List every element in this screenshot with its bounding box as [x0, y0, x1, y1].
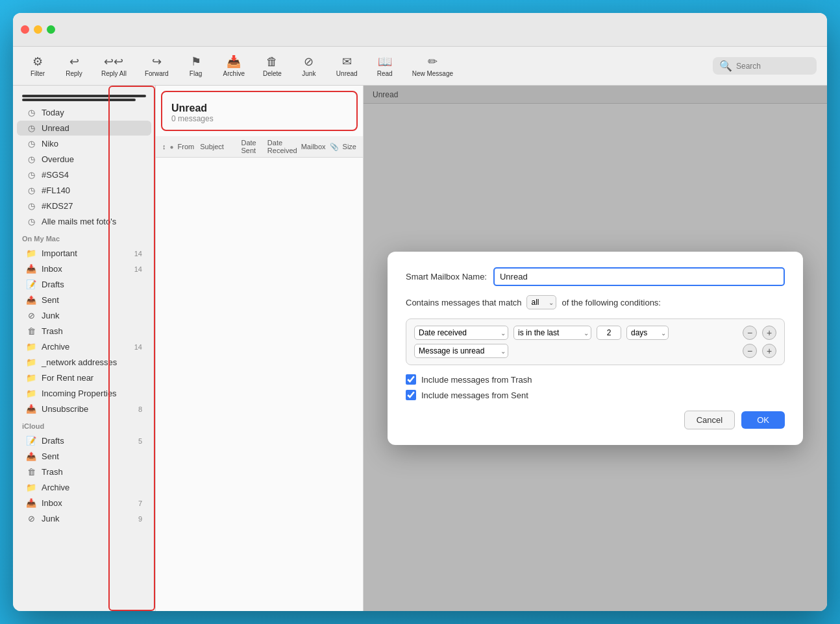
delete-button[interactable]: 🗑 Delete	[258, 53, 287, 80]
sidebar-item-unsubscribe[interactable]: 📥 Unsubscribe 8	[17, 402, 151, 416]
unread-panel-header: Unread 0 messages	[161, 91, 358, 131]
match-select[interactable]: all any	[526, 295, 556, 309]
sidebar-item-inbox[interactable]: 📥 Inbox 14	[17, 261, 151, 276]
sidebar-item-sent[interactable]: 📤 Sent	[17, 293, 151, 307]
sidebar-item-icloud-archive[interactable]: 📁 Archive	[17, 480, 151, 495]
sidebar-item-junk[interactable]: ⊘ Junk	[17, 308, 151, 323]
cond2-field-select[interactable]: Message is unread Date received Subject	[414, 344, 508, 358]
date-received-col-header[interactable]: Date Received	[267, 139, 297, 154]
sidebar-item-kds27[interactable]: ◷ #KDS27	[17, 198, 151, 213]
cond1-value-input[interactable]	[597, 326, 621, 340]
forward-icon: ↪	[152, 54, 162, 69]
read-button[interactable]: 📖 Read	[371, 52, 399, 80]
sidebar-item-trash[interactable]: 🗑 Trash	[17, 324, 151, 339]
smart-mailbox-bar	[22, 95, 146, 97]
archive-sidebar-icon: 📁	[26, 342, 36, 352]
sidebar-item-unread[interactable]: ◷ Unread	[17, 121, 151, 136]
unread-label: Unread	[336, 70, 358, 77]
include-trash-row: Include messages from Trash	[406, 374, 785, 385]
contains-label: Contains messages that match	[406, 298, 521, 307]
close-button[interactable]	[21, 25, 29, 34]
read-label: Read	[377, 70, 393, 77]
mailbox-col-header[interactable]: Mailbox	[301, 143, 326, 150]
sidebar-item-niko[interactable]: ◷ Niko	[17, 136, 151, 151]
include-trash-label: Include messages from Trash	[421, 375, 532, 385]
toolbar: ⚙ Filter ↩ Reply ↩↩ Reply All ↪ Forward …	[13, 47, 827, 86]
network-addresses-icon: 📁	[26, 357, 36, 367]
inbox-icon: 📥	[26, 264, 36, 274]
include-trash-checkbox[interactable]	[406, 374, 416, 385]
reply-label: Reply	[66, 70, 82, 77]
cond1-add-button[interactable]: +	[762, 326, 776, 340]
sidebar-item-for-rent-near[interactable]: 📁 For Rent near	[17, 370, 151, 385]
filter-button[interactable]: ⚙ Filter	[23, 52, 52, 80]
smart-mailbox-modal: Smart Mailbox Name: Contains messages th…	[388, 252, 803, 445]
flag-button[interactable]: ⚑ Flag	[182, 52, 210, 80]
sidebar-item-icloud-drafts[interactable]: 📝 Drafts 5	[17, 433, 151, 448]
for-rent-near-icon: 📁	[26, 373, 36, 383]
unread-button[interactable]: ✉ Unread	[331, 52, 363, 80]
reply-all-icon: ↩↩	[104, 54, 123, 69]
include-sent-checkbox[interactable]	[406, 390, 416, 400]
search-input[interactable]	[736, 62, 808, 71]
dot-col: ●	[170, 143, 174, 150]
maximize-button[interactable]	[47, 25, 55, 34]
icloud-archive-icon: 📁	[26, 483, 36, 492]
important-icon: 📁	[26, 248, 36, 258]
cond1-field-select[interactable]: Date received Date sent Subject From	[414, 326, 508, 340]
sidebar-item-drafts[interactable]: 📝 Drafts	[17, 277, 151, 292]
forward-label: Forward	[145, 70, 169, 77]
delete-label: Delete	[263, 70, 282, 77]
minimize-button[interactable]	[34, 25, 42, 34]
sidebar-item-overdue[interactable]: ◷ Overdue	[17, 152, 151, 167]
reply-button[interactable]: ↩ Reply	[60, 52, 88, 80]
new-message-button[interactable]: ✏ New Message	[407, 52, 458, 80]
junk-button[interactable]: ⊘ Junk	[295, 52, 323, 80]
ok-button[interactable]: OK	[741, 411, 785, 429]
subject-col-header[interactable]: Subject	[200, 143, 237, 150]
sidebar-item-incoming-properties[interactable]: 📁 Incoming Properties	[17, 386, 151, 401]
search-bar[interactable]: 🔍	[713, 57, 817, 75]
modal-name-input[interactable]	[493, 267, 785, 286]
unread-icon: ✉	[342, 54, 352, 69]
cond2-add-button[interactable]: +	[762, 344, 776, 358]
column-headers: ↕ ● From Subject Date Sent Date Received…	[156, 136, 363, 158]
reply-all-button[interactable]: ↩↩ Reply All	[96, 52, 132, 80]
sidebar-item-icloud-trash[interactable]: 🗑 Trash	[17, 464, 151, 479]
archive-icon: 📥	[227, 54, 241, 69]
sidebar-item-sgs4[interactable]: ◷ #SGS4	[17, 167, 151, 182]
app-window: ⚙ Filter ↩ Reply ↩↩ Reply All ↪ Forward …	[13, 13, 827, 611]
cond1-unit-select[interactable]: days weeks months	[626, 326, 669, 340]
sidebar-item-network-addresses[interactable]: 📁 _network addresses	[17, 355, 151, 370]
archive-button[interactable]: 📥 Archive	[218, 52, 250, 80]
size-col-header[interactable]: Size	[343, 143, 356, 150]
modal-name-label: Smart Mailbox Name:	[406, 272, 487, 282]
match-select-wrapper: all any	[526, 295, 556, 309]
sidebar-item-icloud-junk[interactable]: ⊘ Junk 9	[17, 511, 151, 526]
cancel-button[interactable]: Cancel	[684, 411, 735, 429]
sidebar-item-icloud-sent[interactable]: 📤 Sent	[17, 449, 151, 464]
forward-button[interactable]: ↪ Forward	[140, 52, 174, 80]
sidebar-item-today[interactable]: ◷ Today	[17, 105, 151, 120]
from-col-header[interactable]: From	[178, 143, 197, 150]
junk-sidebar-icon: ⊘	[26, 311, 36, 320]
niko-icon: ◷	[26, 139, 36, 149]
reply-icon: ↩	[69, 54, 79, 69]
sidebar-item-important[interactable]: 📁 Important 14	[17, 246, 151, 261]
content-area: Unread 0 messages ↕ ● From Subject Date …	[156, 86, 827, 611]
cond1-remove-button[interactable]: −	[743, 326, 757, 340]
modal-footer: Cancel OK	[406, 411, 785, 429]
sort-icon[interactable]: ↕	[162, 143, 166, 150]
main-layout: ◷ Today ◷ Unread ◷ Niko ◷ Overdue ◷ #SGS…	[13, 86, 827, 611]
conditions-area: Date received Date sent Subject From is …	[406, 318, 785, 365]
sidebar-item-archive[interactable]: 📁 Archive 14	[17, 339, 151, 354]
sidebar-item-alle-mails[interactable]: ◷ Alle mails met foto's	[17, 214, 151, 229]
sidebar-item-fl140[interactable]: ◷ #FL140	[17, 183, 151, 198]
sgs4-icon: ◷	[26, 170, 36, 180]
cond2-remove-button[interactable]: −	[743, 344, 757, 358]
flag-label: Flag	[190, 70, 202, 77]
cond1-operator-select[interactable]: is in the last is before is after	[513, 326, 591, 340]
new-message-icon: ✏	[428, 54, 438, 69]
sidebar-item-icloud-inbox[interactable]: 📥 Inbox 7	[17, 496, 151, 510]
date-sent-col-header[interactable]: Date Sent	[241, 139, 263, 154]
